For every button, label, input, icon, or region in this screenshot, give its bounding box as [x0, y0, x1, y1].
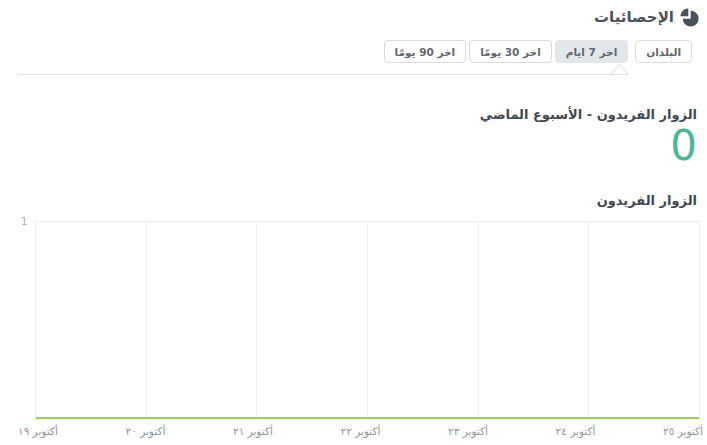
summary-value: 0	[10, 125, 697, 167]
divider-line	[18, 74, 628, 75]
tab-last-90-days[interactable]: اخر 90 يومًا	[384, 40, 467, 64]
x-axis-tick-label: أكتوبر ٢٠	[126, 425, 166, 437]
x-axis-tick-label: أكتوبر ٢٣	[448, 425, 488, 437]
x-axis-tick-label: أكتوبر ٢٤	[556, 425, 596, 437]
tab-last-7-days[interactable]: اخر 7 ايام	[555, 40, 629, 64]
time-range-tab-group: اخر 7 ايام اخر 30 يومًا اخر 90 يومًا	[384, 40, 629, 64]
tab-divider	[0, 65, 707, 77]
grid-cell	[478, 222, 589, 419]
countries-button[interactable]: البلدان	[635, 40, 692, 64]
x-axis-tick-label: أكتوبر ٢٥	[663, 425, 703, 437]
unique-visitors-summary: الزوار الفريدون - الأسبوع الماضي 0	[0, 107, 707, 167]
x-axis-tick-label: أكتوبر ٢٢	[341, 425, 381, 437]
grid-cell	[36, 222, 146, 419]
x-axis-tick-label: أكتوبر ١٩	[18, 425, 58, 437]
grid-cell	[146, 222, 257, 419]
tab-last-30-days[interactable]: اخر 30 يومًا	[469, 40, 552, 64]
chart-grid	[36, 222, 699, 419]
x-axis-labels: أكتوبر ١٩ أكتوبر ٢٠ أكتوبر ٢١ أكتوبر ٢٢ …	[18, 425, 703, 437]
page-header: الإحصائيات	[0, 0, 707, 28]
grid-cell	[256, 222, 367, 419]
pie-chart-icon	[680, 8, 699, 27]
time-range-toolbar: البلدان اخر 7 ايام اخر 30 يومًا اخر 90 ي…	[0, 40, 707, 63]
grid-cell	[367, 222, 478, 419]
summary-title: الزوار الفريدون - الأسبوع الماضي	[10, 107, 697, 122]
unique-visitors-chart: 1	[35, 221, 700, 420]
chart-data-line	[36, 417, 699, 419]
grid-cell	[588, 222, 699, 419]
y-axis-tick-label: 1	[21, 216, 27, 227]
chart-title: الزوار الفريدون	[0, 193, 697, 208]
x-axis-tick-label: أكتوبر ٢١	[233, 425, 273, 437]
page-title: الإحصائيات	[594, 8, 674, 26]
